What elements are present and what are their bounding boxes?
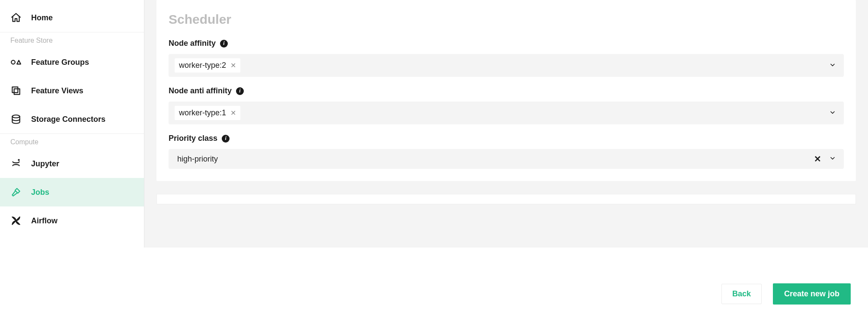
priority-class-field: Priority class i high-priority ✕ (169, 134, 844, 169)
node-anti-affinity-select[interactable]: worker-type:1 ✕ (169, 102, 844, 124)
scheduler-title: Scheduler (169, 12, 844, 27)
sidebar-item-feature-groups[interactable]: Feature Groups (0, 48, 144, 76)
priority-class-value: high-priority (175, 155, 218, 164)
node-anti-affinity-chip: worker-type:1 ✕ (175, 106, 240, 120)
hammer-icon (10, 187, 22, 198)
sidebar-item-storage-connectors[interactable]: Storage Connectors (0, 105, 144, 133)
sidebar-section-compute: Compute (0, 133, 144, 149)
scheduler-card: Scheduler Node affinity i worker-type:2 … (156, 0, 856, 181)
sidebar-item-label: Storage Connectors (31, 115, 105, 124)
database-icon (10, 114, 22, 125)
svg-point-4 (18, 159, 19, 160)
sidebar-item-label: Jobs (31, 188, 49, 197)
sidebar-item-label: Feature Groups (31, 58, 89, 67)
main-content: Scheduler Node affinity i worker-type:2 … (144, 0, 868, 248)
chip-label: worker-type:2 (179, 61, 226, 70)
priority-class-select[interactable]: high-priority ✕ (169, 149, 844, 169)
chip-label: worker-type:1 (179, 108, 226, 117)
chevron-down-icon[interactable] (829, 61, 836, 70)
node-affinity-select[interactable]: worker-type:2 ✕ (169, 54, 844, 77)
stack-icon (10, 85, 22, 96)
svg-point-3 (12, 115, 19, 118)
node-anti-affinity-label: Node anti affinity (169, 86, 232, 95)
sidebar-item-feature-views[interactable]: Feature Views (0, 76, 144, 105)
sidebar-item-airflow[interactable]: Airflow (0, 206, 144, 235)
sidebar-item-label: Jupyter (31, 159, 59, 168)
info-icon[interactable]: i (222, 135, 230, 143)
svg-rect-1 (12, 87, 18, 92)
node-affinity-field: Node affinity i worker-type:2 ✕ (169, 39, 844, 77)
node-affinity-chip: worker-type:2 ✕ (175, 58, 240, 73)
sidebar-item-label: Home (31, 13, 53, 22)
pinwheel-icon (10, 215, 22, 226)
chevron-down-icon[interactable] (829, 155, 836, 163)
node-affinity-label: Node affinity (169, 39, 216, 48)
chevron-down-icon[interactable] (829, 109, 836, 117)
info-icon[interactable]: i (220, 40, 228, 48)
shapes-icon (10, 57, 22, 68)
sidebar-section-feature-store: Feature Store (0, 32, 144, 48)
next-card-peek (156, 194, 856, 204)
node-anti-affinity-field: Node anti affinity i worker-type:1 ✕ (169, 86, 844, 124)
home-icon (10, 12, 22, 23)
chip-remove-icon[interactable]: ✕ (230, 62, 236, 69)
jupyter-icon (10, 158, 22, 169)
svg-point-0 (11, 60, 15, 64)
sidebar-item-home[interactable]: Home (0, 3, 144, 32)
priority-class-label: Priority class (169, 134, 217, 143)
svg-rect-2 (14, 89, 20, 95)
sidebar-item-label: Airflow (31, 216, 57, 225)
sidebar-item-jobs[interactable]: Jobs (0, 178, 144, 206)
clear-icon[interactable]: ✕ (814, 154, 821, 164)
info-icon[interactable]: i (236, 87, 244, 95)
sidebar: Home Feature Store Feature Groups Featur… (0, 0, 144, 248)
sidebar-item-jupyter[interactable]: Jupyter (0, 149, 144, 178)
chip-remove-icon[interactable]: ✕ (230, 110, 236, 117)
sidebar-item-label: Feature Views (31, 86, 83, 95)
